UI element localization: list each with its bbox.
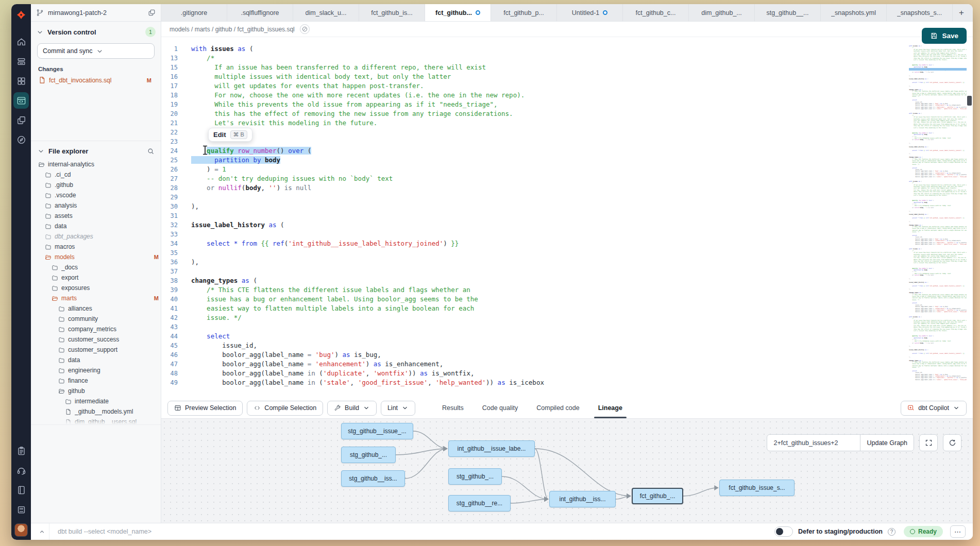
code-line[interactable]: boolor_agg(label_name in ('duplicate', '… <box>191 369 904 378</box>
branch-header[interactable]: mirnawong1-patch-2 <box>31 4 161 21</box>
code-line[interactable] <box>191 211 904 220</box>
code-line[interactable]: ), <box>191 258 904 267</box>
file-tree-item[interactable]: _docs <box>31 262 161 272</box>
code-line[interactable]: While this prevents the old issue from a… <box>191 100 904 109</box>
editor-tab[interactable]: .gitignore <box>161 4 227 21</box>
editor-tab[interactable]: _snapshots.yml <box>821 4 887 21</box>
file-explorer-header[interactable]: File explorer <box>31 141 161 159</box>
editor-tab[interactable]: .sqlfluffignore <box>227 4 293 21</box>
code-line[interactable] <box>191 322 904 332</box>
file-tree-item[interactable]: macros <box>31 242 161 252</box>
code-line[interactable]: select * from {{ ref('int_github__issue_… <box>191 239 904 248</box>
code-line[interactable] <box>191 267 904 276</box>
file-tree-item[interactable]: martsM <box>31 293 161 303</box>
file-tree-item[interactable]: github <box>31 386 161 396</box>
code-line[interactable] <box>191 248 904 258</box>
file-tree-item[interactable]: exposures <box>31 283 161 293</box>
code-line[interactable]: issue has a bug or enhancement label. Us… <box>191 295 904 304</box>
editor-tab[interactable]: fct_github_p... <box>491 4 557 21</box>
code-line[interactable]: ), <box>191 202 904 211</box>
clipboard-icon[interactable] <box>13 441 29 460</box>
extension-icon[interactable] <box>13 500 29 519</box>
scrollbar-thumb[interactable] <box>967 96 972 106</box>
update-graph-button[interactable]: Update Graph <box>860 435 914 451</box>
search-icon[interactable] <box>147 147 155 155</box>
compile-selection-button[interactable]: Compile Selection <box>247 401 323 416</box>
dbt-logo[interactable] <box>13 7 29 25</box>
lint-button[interactable]: Lint <box>381 401 415 416</box>
lineage-selector-input[interactable]: 2+fct_github_issues+2 <box>767 439 860 447</box>
lineage-node[interactable]: fct_github_... <box>632 488 683 504</box>
grid-icon[interactable] <box>13 71 29 91</box>
editor-tab[interactable]: dim_github_... <box>689 4 755 21</box>
editor-tab[interactable]: Untitled-1 <box>557 4 623 21</box>
code-line[interactable]: qualify row_number() over ( <box>191 146 904 156</box>
lineage-node[interactable]: fct_github_issue_s... <box>719 480 795 496</box>
code-line[interactable]: change_types as ( <box>191 276 904 285</box>
editor-tab[interactable]: fct_github_c... <box>623 4 689 21</box>
file-tree-item[interactable]: .vscode <box>31 190 161 200</box>
code-line[interactable]: multiple issues with identical body text… <box>191 72 904 81</box>
home-icon[interactable] <box>13 32 29 52</box>
code-line[interactable]: will get updates for events that happen … <box>191 81 904 91</box>
code-line[interactable]: If an issue has been transferred to a di… <box>191 63 904 72</box>
editor-tab[interactable]: fct_github_is... <box>359 4 425 21</box>
lineage-node[interactable]: stg_github_... <box>448 468 502 485</box>
code-line[interactable]: -- don't try deduping issues with no `bo… <box>191 174 904 183</box>
fork-icon[interactable] <box>13 110 29 130</box>
code-line[interactable]: issue. */ <box>191 313 904 322</box>
dbt-copilot-button[interactable]: dbt Copilot <box>901 401 967 416</box>
file-tree-item[interactable]: dim_github__users.sql <box>31 417 161 425</box>
code-line[interactable] <box>191 137 904 146</box>
editor-tab[interactable]: fct_github... <box>425 4 491 21</box>
editor-tab[interactable]: stg_github__... <box>755 4 821 21</box>
code-line[interactable] <box>191 193 904 202</box>
lineage-node[interactable]: stg_github__issue_... <box>341 423 413 439</box>
code-line[interactable] <box>191 230 904 239</box>
file-tree-item[interactable]: _github__models.yml <box>31 406 161 417</box>
more-options-button[interactable]: ⋯ <box>950 525 966 538</box>
edit-tooltip[interactable]: Edit ⌘ B <box>208 128 252 142</box>
code-line[interactable]: Let's revisit this modeling in the futur… <box>191 118 904 128</box>
panel-tab-lineage[interactable]: Lineage <box>598 398 622 418</box>
preview-selection-button[interactable]: Preview Selection <box>167 401 243 416</box>
file-tree-item[interactable]: modelsM <box>31 252 161 262</box>
commit-and-sync-button[interactable]: Commit and sync <box>37 43 155 59</box>
panel-tab-compiled-code[interactable]: Compiled code <box>536 398 579 418</box>
file-tree-item[interactable]: assets <box>31 211 161 221</box>
copy-icon[interactable] <box>148 9 156 16</box>
file-tree-item[interactable]: community <box>31 314 161 324</box>
file-tree-item[interactable]: company_metrics <box>31 324 161 334</box>
file-tree-item[interactable]: intermediate <box>31 396 161 406</box>
lineage-node[interactable]: stg_github__iss... <box>341 470 405 487</box>
file-tree-item[interactable]: data <box>31 355 161 365</box>
code-line[interactable]: this has the effect of removing the new … <box>191 109 904 118</box>
user-avatar[interactable] <box>14 523 28 537</box>
minimap[interactable]: with issues as ( /* If an issue has been… <box>909 45 967 393</box>
editor-tab[interactable]: dim_slack_u... <box>293 4 359 21</box>
code-line[interactable]: select <box>191 332 904 341</box>
lineage-panel[interactable]: 2+fct_github_issues+2 Update Graph stg_g… <box>161 418 973 523</box>
file-tree-item[interactable]: data <box>31 221 161 231</box>
code-editor[interactable]: 1131516171819202122232425262728293031323… <box>161 37 973 398</box>
new-tab-button[interactable]: + <box>953 4 970 21</box>
file-tree-item[interactable]: .ci_cd <box>31 169 161 180</box>
command-input[interactable]: dbt build --select <model_name> <box>58 528 774 535</box>
editor-tab[interactable]: _snapshots_s... <box>887 4 953 21</box>
code-line[interactable]: partition by body <box>191 156 904 165</box>
deploy-icon[interactable] <box>13 52 29 71</box>
ide-icon[interactable] <box>13 92 29 109</box>
panel-tab-code-quality[interactable]: Code quality <box>482 398 518 418</box>
code-line[interactable]: issue_label_history as ( <box>191 220 904 230</box>
panel-tab-results[interactable]: Results <box>442 398 464 418</box>
defer-toggle[interactable] <box>774 526 793 537</box>
refresh-button[interactable] <box>943 434 961 451</box>
lineage-node[interactable]: int_github__issue_labe... <box>448 440 535 457</box>
file-tree-item[interactable]: internal-analytics <box>31 159 161 169</box>
code-line[interactable]: with issues as ( <box>191 44 904 54</box>
code-line[interactable]: issue_id, <box>191 341 904 350</box>
code-line[interactable]: For now, choose the one with more recent… <box>191 91 904 100</box>
file-tree-item[interactable]: engineering <box>31 365 161 376</box>
file-tree-item[interactable]: export <box>31 272 161 283</box>
file-link-icon[interactable] <box>300 24 310 34</box>
